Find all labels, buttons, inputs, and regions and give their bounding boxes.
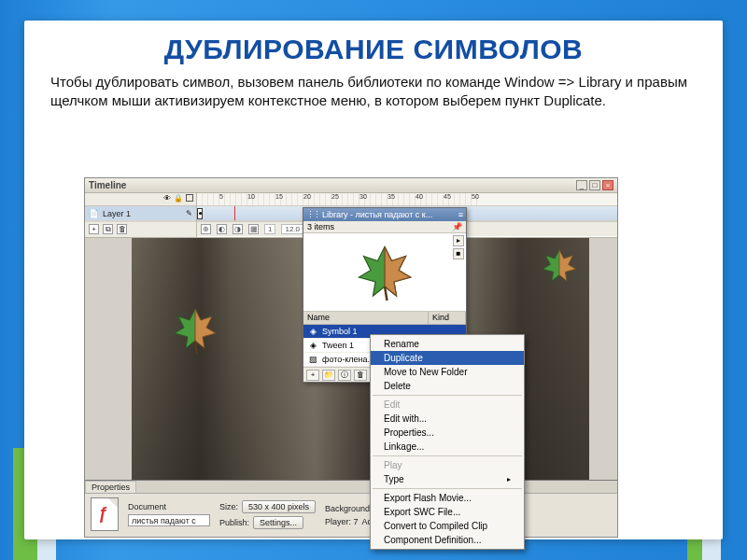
menu-item-move-to-new-folder[interactable]: Move to New Folder: [371, 365, 524, 379]
play-button[interactable]: ▸: [453, 235, 464, 246]
tab-properties[interactable]: Properties: [85, 481, 136, 493]
menu-item-duplicate[interactable]: Duplicate: [371, 351, 524, 365]
delete-button[interactable]: 🗑: [354, 370, 367, 381]
new-folder-button[interactable]: 📁: [322, 370, 335, 381]
add-layer-button[interactable]: +: [89, 224, 99, 234]
delete-layer-button[interactable]: 🗑: [117, 224, 127, 234]
panel-menu-icon[interactable]: ≡: [458, 210, 463, 219]
eye-icon[interactable]: 👁: [163, 194, 171, 204]
onion-outline-icon[interactable]: ◑: [233, 224, 243, 234]
item-name: Tween 1: [322, 341, 354, 350]
leaf-symbol-instance[interactable]: [169, 303, 221, 356]
layers-pane: 👁 🔒 📄 Layer 1 ✎ + ⧉ 🗑: [85, 193, 197, 237]
menu-item-export-swc-file[interactable]: Export SWC File...: [371, 505, 524, 519]
item-count: 3 items: [307, 222, 334, 231]
new-symbol-button[interactable]: +: [306, 370, 319, 381]
document-label: Document: [128, 502, 210, 511]
layer-controls: + ⧉ 🗑: [85, 221, 196, 234]
keyframe[interactable]: [197, 208, 203, 219]
library-preview: ▸ ■: [303, 233, 466, 312]
settings-button[interactable]: Settings...: [253, 516, 303, 529]
window-controls: _ □ ×: [576, 180, 613, 190]
stage-margin-left: [85, 238, 132, 480]
slide-title: ДУБЛИРОВАНИЕ СИМВОЛОВ: [50, 34, 697, 65]
menu-item-type[interactable]: Type: [371, 472, 524, 486]
current-frame: 1: [264, 224, 275, 234]
layer-icon: 📄: [89, 209, 99, 218]
properties-panel: Properties Document листья падают с Size…: [85, 481, 617, 537]
player-label: Player: 7: [325, 517, 359, 526]
menu-item-properties[interactable]: Properties...: [371, 426, 524, 440]
library-header[interactable]: ⋮⋮ Library - листья падают с к... ≡: [303, 208, 466, 221]
properties-button[interactable]: ⓘ: [338, 370, 351, 381]
document-icon: [91, 497, 119, 531]
slide: ДУБЛИРОВАНИЕ СИМВОЛОВ Чтобы дублировать …: [24, 21, 723, 539]
menu-item-delete[interactable]: Delete: [371, 379, 524, 393]
document-name: листья падают с: [128, 514, 210, 526]
background-label: Background:: [325, 504, 373, 513]
library-title: Library - листья падают с к...: [319, 210, 458, 219]
grip-icon: ⋮⋮: [306, 210, 319, 219]
maximize-button[interactable]: □: [589, 180, 600, 190]
minimize-button[interactable]: _: [576, 180, 587, 190]
menu-item-edit: Edit: [371, 398, 524, 412]
slide-paragraph: Чтобы дублировать символ, вызовем панель…: [50, 73, 697, 111]
menu-item-export-flash-movie[interactable]: Export Flash Movie...: [371, 491, 524, 505]
pencil-icon: ✎: [186, 209, 192, 217]
lock-icon[interactable]: 🔒: [174, 194, 183, 204]
size-label: Size:: [219, 502, 238, 511]
outline-icon[interactable]: [186, 194, 193, 202]
edit-multi-icon[interactable]: ▦: [248, 224, 259, 234]
col-kind[interactable]: Kind: [429, 312, 466, 324]
center-icon[interactable]: ⊕: [201, 224, 211, 234]
pin-icon[interactable]: 📌: [452, 222, 462, 231]
item-type-icon: ▧: [307, 355, 318, 365]
layer-row[interactable]: 📄 Layer 1 ✎: [85, 206, 196, 221]
leaf-symbol-instance[interactable]: [539, 245, 580, 287]
frame-ruler: 510 1520 2530 3540 4550: [197, 193, 617, 206]
col-name[interactable]: Name: [303, 312, 429, 324]
item-name: Symbol 1: [322, 327, 358, 336]
item-type-icon: ◈: [307, 327, 318, 337]
menu-item-component-definition[interactable]: Component Definition...: [371, 533, 524, 547]
layer-name: Layer 1: [103, 209, 131, 218]
timeline-title: Timeline: [89, 180, 126, 190]
menu-item-edit-with[interactable]: Edit with...: [371, 412, 524, 426]
close-button[interactable]: ×: [602, 180, 613, 190]
stop-button[interactable]: ■: [453, 248, 464, 259]
publish-label: Publish:: [219, 518, 249, 527]
library-subheader: 3 items 📌: [303, 221, 466, 233]
timeline-header: Timeline _ □ ×: [85, 178, 617, 193]
menu-item-play: Play: [371, 458, 524, 472]
size-button[interactable]: 530 x 400 pixels: [242, 500, 316, 513]
menu-item-rename[interactable]: Rename: [371, 337, 524, 351]
item-type-icon: ◈: [307, 341, 318, 351]
onion-icon[interactable]: ◐: [217, 224, 227, 234]
stage-margin-right: [589, 238, 617, 480]
svg-line-0: [195, 341, 197, 354]
library-columns: Name Kind: [303, 312, 466, 325]
context-menu: RenameDuplicateMove to New FolderDeleteE…: [370, 334, 525, 550]
preview-leaf-icon: [352, 240, 417, 305]
menu-item-linkage[interactable]: Linkage...: [371, 440, 524, 454]
playhead[interactable]: [234, 206, 235, 220]
menu-item-convert-to-compiled-clip[interactable]: Convert to Compiled Clip: [371, 519, 524, 533]
add-folder-button[interactable]: ⧉: [103, 224, 113, 234]
